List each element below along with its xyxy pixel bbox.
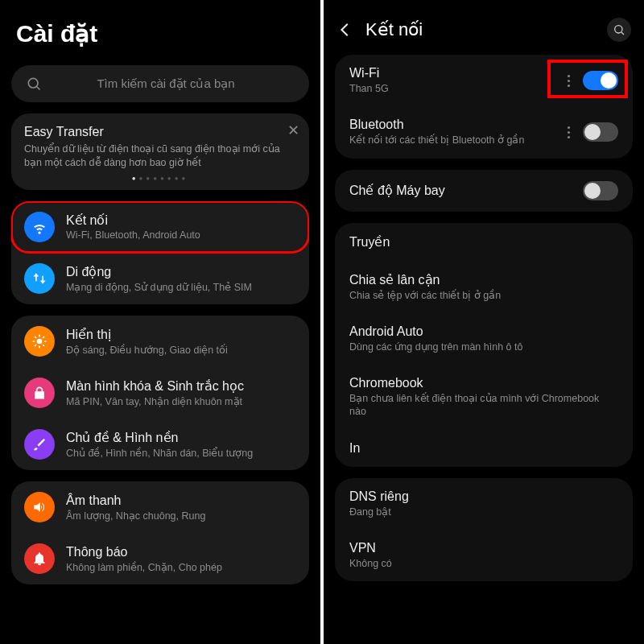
more-icon[interactable] xyxy=(562,75,575,87)
item-title: Chủ đề & Hình nền xyxy=(66,430,296,446)
sun-icon xyxy=(24,326,55,357)
item-subtitle: Chủ đề, Hình nền, Nhãn dán, Biểu tượng xyxy=(66,447,296,459)
connections-item-airplane[interactable]: Chế độ Máy bay xyxy=(335,170,633,212)
connections-item-cast[interactable]: Truyền xyxy=(335,223,633,261)
connections-item-vpn[interactable]: VPN Không có xyxy=(335,530,633,581)
settings-main-pane: Cài đặt Tìm kiếm cài đặt của bạn Easy Tr… xyxy=(0,0,320,644)
settings-item-lockscreen[interactable]: Màn hình khóa & Sinh trắc học Mã PIN, Vâ… xyxy=(11,367,309,419)
item-subtitle: Chia sẻ tệp với các thiết bị ở gần xyxy=(349,289,618,302)
svg-point-0 xyxy=(28,78,38,88)
connections-item-print[interactable]: In xyxy=(335,430,633,467)
connections-item-bluetooth[interactable]: Bluetooth Kết nối tới các thiết bị Bluet… xyxy=(335,106,633,158)
connections-item-wifi[interactable]: Wi-Fi Than 5G xyxy=(335,55,633,106)
settings-item-connections[interactable]: Kết nối Wi-Fi, Bluetooth, Android Auto xyxy=(11,201,309,253)
item-title: Truyền xyxy=(349,234,618,250)
item-title: In xyxy=(349,441,618,456)
item-subtitle: Không làm phiền, Chặn, Cho phép xyxy=(66,561,296,573)
item-title: Chia sẻ lân cận xyxy=(349,272,618,287)
page-title: Kết nối xyxy=(365,19,596,40)
airplane-toggle[interactable] xyxy=(583,181,618,200)
item-title: Thông báo xyxy=(66,544,296,560)
item-title: Hiển thị xyxy=(66,327,296,343)
lock-icon xyxy=(24,378,55,408)
connections-pane: Kết nối Wi-Fi Than 5G Bluetooth Kết nối … xyxy=(324,0,644,644)
item-title: Chromebook xyxy=(349,376,618,390)
item-title: Kết nối xyxy=(66,213,296,229)
item-subtitle: Mã PIN, Vân tay, Nhận diện khuôn mặt xyxy=(66,395,296,407)
item-subtitle: Không có xyxy=(349,557,618,570)
search-icon xyxy=(613,23,625,36)
svg-line-8 xyxy=(43,345,44,346)
connections-item-dns[interactable]: DNS riêng Đang bật xyxy=(335,478,633,530)
close-icon[interactable]: ✕ xyxy=(287,122,299,139)
settings-item-display[interactable]: Hiển thị Độ sáng, Điều hướng, Giao diện … xyxy=(11,316,309,367)
promo-card[interactable]: Easy Transfer Chuyển dữ liệu từ điện tho… xyxy=(11,114,309,190)
bell-icon xyxy=(24,543,55,574)
item-title: Âm thanh xyxy=(66,493,296,509)
more-icon[interactable] xyxy=(562,126,575,138)
item-title: Bluetooth xyxy=(349,118,562,132)
item-subtitle: Đang bật xyxy=(349,506,618,518)
svg-line-1 xyxy=(37,87,40,90)
page-title: Cài đặt xyxy=(16,19,304,47)
item-subtitle: Âm lượng, Nhạc chuông, Rung xyxy=(66,510,296,522)
item-subtitle: Kết nối tới các thiết bị Bluetooth ở gần xyxy=(349,134,562,147)
item-subtitle: Wi-Fi, Bluetooth, Android Auto xyxy=(66,229,296,241)
wifi-toggle[interactable] xyxy=(583,71,618,90)
item-title: Di động xyxy=(66,264,296,280)
settings-group-display: Hiển thị Độ sáng, Điều hướng, Giao diện … xyxy=(11,316,309,470)
settings-group-sound: Âm thanh Âm lượng, Nhạc chuông, Rung Thô… xyxy=(11,481,309,584)
speaker-icon xyxy=(24,492,55,522)
svg-point-11 xyxy=(615,26,622,33)
svg-line-12 xyxy=(621,32,624,35)
search-button[interactable] xyxy=(607,18,631,42)
promo-title: Easy Transfer xyxy=(24,125,296,139)
item-title: VPN xyxy=(349,541,618,555)
svg-line-9 xyxy=(35,345,36,346)
item-subtitle: Độ sáng, Điều hướng, Giao diện tối xyxy=(66,344,296,356)
item-title: DNS riêng xyxy=(349,489,618,504)
settings-group-network: Kết nối Wi-Fi, Bluetooth, Android Auto D… xyxy=(11,201,309,304)
item-subtitle: Than 5G xyxy=(349,82,562,95)
svg-line-10 xyxy=(43,336,44,338)
item-subtitle: Dùng các ứng dụng trên màn hình ô tô xyxy=(349,341,618,353)
data-icon xyxy=(24,263,55,294)
item-title: Chế độ Máy bay xyxy=(349,183,583,198)
svg-line-7 xyxy=(35,336,36,338)
pager-dots: ●●●●●●●● xyxy=(24,175,296,182)
search-icon xyxy=(26,76,42,92)
connections-item-android-auto[interactable]: Android Auto Dùng các ứng dụng trên màn … xyxy=(335,313,633,365)
search-placeholder: Tìm kiếm cài đặt của bạn xyxy=(53,76,295,91)
connections-item-nearby-share[interactable]: Chia sẻ lân cận Chia sẻ tệp với các thiế… xyxy=(335,261,633,313)
promo-subtitle: Chuyển dữ liệu từ điện thoại cũ sang điệ… xyxy=(24,142,296,170)
brush-icon xyxy=(24,429,55,460)
wifi-icon xyxy=(24,212,55,242)
item-title: Wi-Fi xyxy=(349,66,562,80)
item-title: Màn hình khóa & Sinh trắc học xyxy=(66,378,296,394)
item-subtitle: Bạn chưa liên kết điện thoại của mình vớ… xyxy=(349,392,618,419)
settings-item-sound[interactable]: Âm thanh Âm lượng, Nhạc chuông, Rung xyxy=(11,481,309,533)
settings-item-theme[interactable]: Chủ đề & Hình nền Chủ đề, Hình nền, Nhãn… xyxy=(11,419,309,470)
back-icon[interactable] xyxy=(336,21,354,39)
svg-point-2 xyxy=(37,338,43,344)
bluetooth-toggle[interactable] xyxy=(583,122,618,142)
item-subtitle: Mạng di động, Sử dụng dữ liệu, Thẻ SIM xyxy=(66,281,296,293)
connections-item-chromebook[interactable]: Chromebook Bạn chưa liên kết điện thoại … xyxy=(335,365,633,430)
search-input[interactable]: Tìm kiếm cài đặt của bạn xyxy=(11,65,309,102)
item-title: Android Auto xyxy=(349,324,618,339)
settings-item-mobile[interactable]: Di động Mạng di động, Sử dụng dữ liệu, T… xyxy=(11,253,309,304)
settings-item-notifications[interactable]: Thông báo Không làm phiền, Chặn, Cho phé… xyxy=(11,533,309,584)
